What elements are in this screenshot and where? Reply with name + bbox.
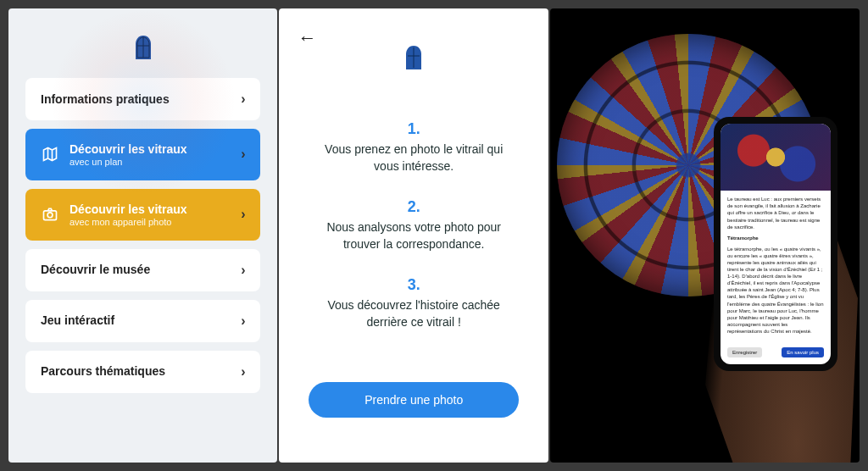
chevron-right-icon: › — [241, 263, 245, 278]
chevron-right-icon: › — [241, 147, 245, 162]
phone-paragraph: Le tétramorphe, ou les « quatre vivants … — [727, 246, 824, 335]
back-arrow-icon[interactable]: ← — [298, 27, 316, 49]
phone-heading: Tétramorphe — [727, 235, 824, 241]
panel-photo-instructions: ← 1. Vous prenez en photo le vitrail qui… — [279, 8, 548, 463]
step-number: 3. — [313, 276, 514, 294]
steps-list: 1. Vous prenez en photo le vitrail qui v… — [279, 88, 548, 340]
menu-item-jeu[interactable]: Jeu intéractif › — [25, 300, 260, 342]
menu-item-decouvrir-camera[interactable]: Découvrir les vitraux avec mon appareil … — [25, 189, 260, 241]
menu-item-label: Découvrir les vitraux — [70, 202, 187, 217]
phone-action-bar: Enregistrer En savoir plus — [721, 344, 831, 364]
map-icon — [41, 146, 59, 163]
phone-paragraph: Le taureau est Luc : aux premiers verset… — [727, 196, 824, 230]
chevron-right-icon: › — [241, 207, 245, 222]
menu-item-label: Parcours thématiques — [41, 364, 165, 379]
step-text: Nous analysons votre photo pour trouver … — [313, 219, 514, 252]
menu-item-informations[interactable]: Informations pratiques › — [25, 78, 260, 120]
phone-mockup: Le taureau est Luc : aux premiers verset… — [714, 117, 837, 371]
app-logo-icon — [133, 34, 153, 61]
step-1: 1. Vous prenez en photo le vitrail qui v… — [313, 120, 514, 175]
menu-item-label: Découvrir les vitraux — [70, 142, 187, 157]
phone-article-text: Le taureau est Luc : aux premiers verset… — [721, 191, 831, 344]
app-logo-icon — [403, 44, 424, 71]
menu-item-decouvrir-plan[interactable]: Découvrir les vitraux avec un plan › — [25, 129, 260, 180]
svg-point-3 — [47, 213, 53, 218]
take-photo-button[interactable]: Prendre une photo — [309, 382, 519, 418]
menu-item-parcours[interactable]: Parcours thématiques › — [25, 351, 260, 393]
step-text: Vous découvrez l'histoire cachée derrièr… — [313, 297, 514, 330]
menu-item-sublabel: avec un plan — [70, 157, 187, 167]
chevron-right-icon: › — [241, 313, 245, 329]
chevron-right-icon: › — [241, 364, 245, 380]
step-number: 1. — [313, 120, 514, 138]
menu-item-label: Informations pratiques — [41, 92, 170, 107]
step-2: 2. Nous analysons votre photo pour trouv… — [313, 198, 514, 252]
step-text: Vous prenez en photo le vitrail qui vous… — [313, 141, 514, 175]
camera-icon — [41, 206, 59, 223]
panel-product-shot: Le taureau est Luc : aux premiers verset… — [550, 8, 860, 463]
menu-item-label: Jeu intéractif — [41, 313, 114, 328]
chevron-right-icon: › — [241, 91, 245, 107]
menu-item-label: Découvrir le musée — [41, 263, 150, 277]
phone-more-button[interactable]: En savoir plus — [782, 347, 824, 357]
step-number: 2. — [313, 198, 514, 216]
menu-item-sublabel: avec mon appareil photo — [70, 217, 187, 227]
menu-item-musee[interactable]: Découvrir le musée › — [25, 249, 260, 291]
step-3: 3. Vous découvrez l'histoire cachée derr… — [313, 276, 514, 330]
panel-home-menu: Informations pratiques › Découvrir les v… — [8, 8, 277, 463]
phone-vitrail-image — [721, 124, 831, 191]
phone-screen: Le taureau est Luc : aux premiers verset… — [721, 124, 831, 364]
phone-save-button[interactable]: Enregistrer — [727, 347, 762, 357]
main-menu: Informations pratiques › Découvrir les v… — [8, 78, 277, 393]
